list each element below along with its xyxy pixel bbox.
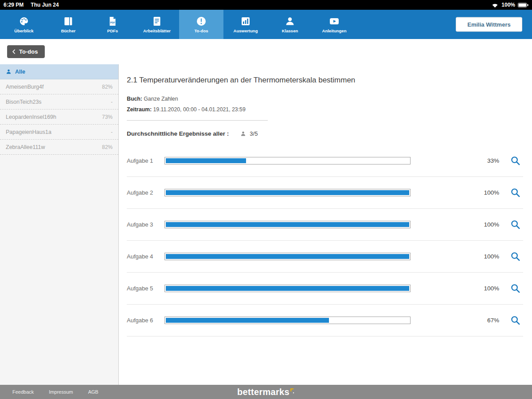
period-line: Zeitraum: 19.11.2020, 00:00 - 04.01.2021… [127,104,523,115]
class-percent: 82% [102,144,113,150]
nav-tab-label: Arbeitsblätter [143,28,171,33]
task-label: Aufgabe 5 [127,285,164,292]
class-name: PapageienHaus1a [6,129,111,135]
wifi-icon [491,2,499,8]
sidebar-item-zebraallee111w[interactable]: ZebraAllee111w82% [0,140,118,155]
task-progress-fill [166,286,409,291]
back-button[interactable]: To-dos [7,45,45,58]
task-detail-button[interactable] [507,188,520,198]
sidebar-item-label: Alle [15,69,113,75]
task-percent: 33% [473,157,499,164]
task-list: Aufgabe 133%Aufgabe 2100%Aufgabe 3100%Au… [127,145,523,336]
svg-text:PDF: PDF [110,21,116,23]
period-value: 19.11.2020, 00:00 - 04.01.2021, 23:59 [153,106,245,113]
average-count: 3/5 [250,130,258,137]
footer-links: Feedback Impressum AGB [12,389,98,395]
class-percent: - [111,129,113,135]
task-percent: 100% [473,285,499,292]
task-progress-bar [164,285,411,292]
class-percent: - [111,99,113,105]
nav-tab-anleitungen[interactable]: Anleitungen [312,10,356,39]
main-panel: 2.1 Temperaturveränderungen an der Therm… [119,64,532,385]
page-title: 2.1 Temperaturveränderungen an der Therm… [127,76,523,85]
task-detail-button[interactable] [507,283,520,293]
nav-tab-uberblick[interactable]: Überblick [2,10,46,39]
nav-tab-to-dos[interactable]: To-dos [179,10,223,39]
task-row-aufgabe-3: Aufgabe 3100% [127,209,523,241]
pdf-icon: PDF [107,16,118,27]
class-name: AmeisenBurg4f [6,84,102,90]
task-percent: 100% [473,189,499,196]
nav-tab-arbeitsblatter[interactable]: Arbeitsblätter [135,10,179,39]
task-progress-fill [166,158,246,163]
footer: Feedback Impressum AGB bettermarks [0,385,532,399]
status-date: Thu Jun 24 [31,2,59,8]
user-button[interactable]: Emilia Wittmers [456,17,522,32]
task-progress-bar [164,221,411,228]
class-percent: 73% [102,114,113,120]
task-progress-bar [164,189,411,196]
task-detail-button[interactable] [507,219,520,230]
class-name: LeopardenInsel169h [6,114,102,120]
status-right: 100% [491,2,528,8]
top-navigation: ÜberblickBücherPDFPDFsArbeitsblätterTo-d… [0,10,532,39]
magnifier-icon [510,283,520,293]
palette-icon [19,16,29,27]
subheader: To-dos [0,39,532,64]
task-row-aufgabe-1: Aufgabe 133% [127,145,523,177]
worksheet-icon [152,16,162,27]
task-row-aufgabe-2: Aufgabe 2100% [127,177,523,209]
battery-percent: 100% [501,2,515,8]
sidebar-item-papageienhaus1a[interactable]: PapageienHaus1a- [0,125,118,140]
task-progress-bar [164,317,411,324]
footer-link-impressum[interactable]: Impressum [49,389,73,395]
nav-tab-label: Anleitungen [322,28,347,33]
nav-tab-label: Bücher [61,28,76,33]
todo-icon [196,16,207,27]
magnifier-icon [510,315,520,325]
task-detail-button[interactable] [507,156,520,166]
task-progress-fill [166,318,329,323]
sidebar-item-leopardeninsel169h[interactable]: LeopardenInsel169h73% [0,110,118,125]
task-label: Aufgabe 1 [127,157,164,164]
nav-tab-pdfs[interactable]: PDFPDFs [90,10,135,39]
task-row-aufgabe-6: Aufgabe 667% [127,305,523,336]
task-progress-fill [166,254,409,259]
status-bar: 6:29 PM Thu Jun 24 100% [0,0,532,10]
task-detail-button[interactable] [507,251,520,262]
task-label: Aufgabe 4 [127,253,164,260]
task-progress-fill [166,190,409,195]
meta-block: Buch: Ganze Zahlen Zeitraum: 19.11.2020,… [127,94,523,115]
sidebar-item-bisonteich23s[interactable]: BisonTeich23s- [0,94,118,110]
task-percent: 100% [473,253,499,260]
sidebar-item-alle[interactable]: Alle [0,64,118,79]
task-row-aufgabe-4: Aufgabe 4100% [127,241,523,273]
person-icon [285,16,295,27]
status-time: 6:29 PM [4,2,23,8]
section-divider [127,120,268,121]
task-percent: 100% [473,221,499,228]
nav-tabs: ÜberblickBücherPDFPDFsArbeitsblätterTo-d… [2,10,356,39]
nav-tab-label: To-dos [195,28,208,33]
average-results-line: Durchschnittliche Ergebnisse aller : 3/5 [127,130,523,137]
app-screen: 6:29 PM Thu Jun 24 100% ÜberblickBücherP… [0,0,532,399]
status-left: 6:29 PM Thu Jun 24 [4,2,59,8]
period-label: Zeitraum: [127,106,152,113]
nav-tab-auswertung[interactable]: Auswertung [223,10,268,39]
class-percent: 82% [102,84,113,90]
book-value: Ganze Zahlen [144,96,178,102]
nav-tab-klassen[interactable]: Klassen [268,10,312,39]
footer-link-agb[interactable]: AGB [88,389,98,395]
brand-name: bettermarks [237,387,289,396]
class-name: BisonTeich23s [6,99,111,105]
task-detail-button[interactable] [507,315,520,325]
sidebar-item-ameisenburg4f[interactable]: AmeisenBurg4f82% [0,79,118,94]
nav-tab-label: Klassen [282,28,298,33]
task-label: Aufgabe 2 [127,189,164,196]
nav-tab-label: PDFs [107,28,118,33]
task-row-aufgabe-5: Aufgabe 5100% [127,273,523,305]
nav-tab-label: Auswertung [234,28,258,33]
nav-tab-bucher[interactable]: Bücher [46,10,90,39]
footer-link-feedback[interactable]: Feedback [12,389,34,395]
content: Alle AmeisenBurg4f82%BisonTeich23s-Leopa… [0,64,532,385]
